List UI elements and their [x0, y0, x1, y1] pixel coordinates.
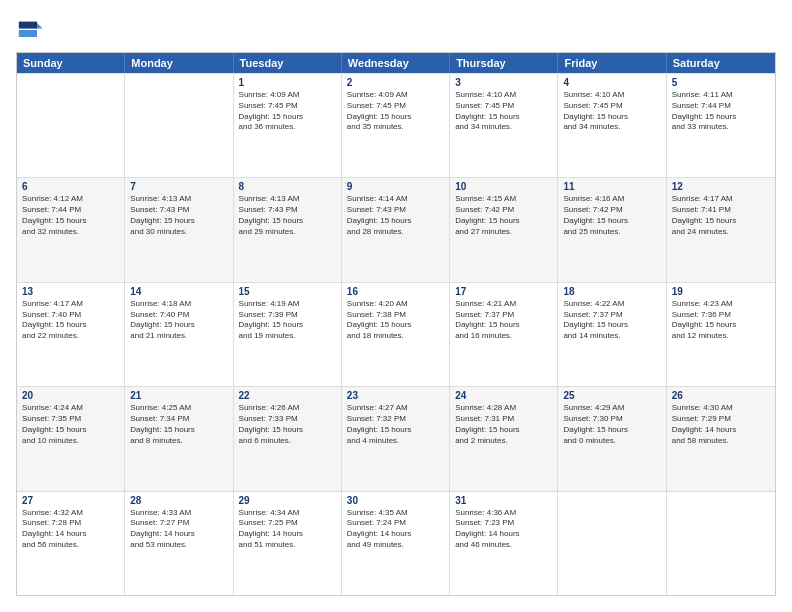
day-info: Sunrise: 4:18 AM Sunset: 7:40 PM Dayligh…: [130, 299, 227, 342]
day-info: Sunrise: 4:22 AM Sunset: 7:37 PM Dayligh…: [563, 299, 660, 342]
day-info: Sunrise: 4:09 AM Sunset: 7:45 PM Dayligh…: [347, 90, 444, 133]
header: [16, 16, 776, 44]
day-info: Sunrise: 4:16 AM Sunset: 7:42 PM Dayligh…: [563, 194, 660, 237]
day-cell-25: 25Sunrise: 4:29 AM Sunset: 7:30 PM Dayli…: [558, 387, 666, 490]
day-info: Sunrise: 4:09 AM Sunset: 7:45 PM Dayligh…: [239, 90, 336, 133]
day-cell-27: 27Sunrise: 4:32 AM Sunset: 7:28 PM Dayli…: [17, 492, 125, 595]
day-cell-9: 9Sunrise: 4:14 AM Sunset: 7:43 PM Daylig…: [342, 178, 450, 281]
calendar-row: 13Sunrise: 4:17 AM Sunset: 7:40 PM Dayli…: [17, 282, 775, 386]
page: SundayMondayTuesdayWednesdayThursdayFrid…: [0, 0, 792, 612]
day-number: 6: [22, 181, 119, 192]
day-number: 23: [347, 390, 444, 401]
day-cell-13: 13Sunrise: 4:17 AM Sunset: 7:40 PM Dayli…: [17, 283, 125, 386]
day-cell-17: 17Sunrise: 4:21 AM Sunset: 7:37 PM Dayli…: [450, 283, 558, 386]
day-info: Sunrise: 4:13 AM Sunset: 7:43 PM Dayligh…: [130, 194, 227, 237]
day-cell-21: 21Sunrise: 4:25 AM Sunset: 7:34 PM Dayli…: [125, 387, 233, 490]
day-number: 17: [455, 286, 552, 297]
day-number: 19: [672, 286, 770, 297]
day-cell-6: 6Sunrise: 4:12 AM Sunset: 7:44 PM Daylig…: [17, 178, 125, 281]
day-info: Sunrise: 4:23 AM Sunset: 7:36 PM Dayligh…: [672, 299, 770, 342]
day-cell-31: 31Sunrise: 4:36 AM Sunset: 7:23 PM Dayli…: [450, 492, 558, 595]
day-cell-2: 2Sunrise: 4:09 AM Sunset: 7:45 PM Daylig…: [342, 74, 450, 177]
empty-cell: [17, 74, 125, 177]
day-info: Sunrise: 4:28 AM Sunset: 7:31 PM Dayligh…: [455, 403, 552, 446]
day-number: 11: [563, 181, 660, 192]
svg-rect-3: [19, 30, 37, 37]
day-number: 3: [455, 77, 552, 88]
day-cell-16: 16Sunrise: 4:20 AM Sunset: 7:38 PM Dayli…: [342, 283, 450, 386]
day-info: Sunrise: 4:21 AM Sunset: 7:37 PM Dayligh…: [455, 299, 552, 342]
day-cell-18: 18Sunrise: 4:22 AM Sunset: 7:37 PM Dayli…: [558, 283, 666, 386]
day-number: 24: [455, 390, 552, 401]
day-cell-4: 4Sunrise: 4:10 AM Sunset: 7:45 PM Daylig…: [558, 74, 666, 177]
day-info: Sunrise: 4:13 AM Sunset: 7:43 PM Dayligh…: [239, 194, 336, 237]
empty-cell: [558, 492, 666, 595]
calendar-row: 20Sunrise: 4:24 AM Sunset: 7:35 PM Dayli…: [17, 386, 775, 490]
day-number: 15: [239, 286, 336, 297]
header-cell-saturday: Saturday: [667, 53, 775, 73]
calendar-header: SundayMondayTuesdayWednesdayThursdayFrid…: [17, 53, 775, 73]
day-cell-5: 5Sunrise: 4:11 AM Sunset: 7:44 PM Daylig…: [667, 74, 775, 177]
day-info: Sunrise: 4:11 AM Sunset: 7:44 PM Dayligh…: [672, 90, 770, 133]
header-cell-monday: Monday: [125, 53, 233, 73]
day-number: 22: [239, 390, 336, 401]
day-cell-26: 26Sunrise: 4:30 AM Sunset: 7:29 PM Dayli…: [667, 387, 775, 490]
day-cell-24: 24Sunrise: 4:28 AM Sunset: 7:31 PM Dayli…: [450, 387, 558, 490]
day-number: 26: [672, 390, 770, 401]
day-number: 25: [563, 390, 660, 401]
day-info: Sunrise: 4:17 AM Sunset: 7:40 PM Dayligh…: [22, 299, 119, 342]
day-number: 1: [239, 77, 336, 88]
day-cell-8: 8Sunrise: 4:13 AM Sunset: 7:43 PM Daylig…: [234, 178, 342, 281]
day-number: 9: [347, 181, 444, 192]
day-info: Sunrise: 4:10 AM Sunset: 7:45 PM Dayligh…: [455, 90, 552, 133]
svg-rect-2: [19, 22, 37, 29]
day-number: 20: [22, 390, 119, 401]
day-cell-12: 12Sunrise: 4:17 AM Sunset: 7:41 PM Dayli…: [667, 178, 775, 281]
day-info: Sunrise: 4:20 AM Sunset: 7:38 PM Dayligh…: [347, 299, 444, 342]
calendar-row: 1Sunrise: 4:09 AM Sunset: 7:45 PM Daylig…: [17, 73, 775, 177]
day-cell-10: 10Sunrise: 4:15 AM Sunset: 7:42 PM Dayli…: [450, 178, 558, 281]
calendar-body: 1Sunrise: 4:09 AM Sunset: 7:45 PM Daylig…: [17, 73, 775, 595]
day-number: 18: [563, 286, 660, 297]
day-info: Sunrise: 4:24 AM Sunset: 7:35 PM Dayligh…: [22, 403, 119, 446]
day-info: Sunrise: 4:35 AM Sunset: 7:24 PM Dayligh…: [347, 508, 444, 551]
empty-cell: [667, 492, 775, 595]
day-number: 31: [455, 495, 552, 506]
day-info: Sunrise: 4:15 AM Sunset: 7:42 PM Dayligh…: [455, 194, 552, 237]
day-cell-19: 19Sunrise: 4:23 AM Sunset: 7:36 PM Dayli…: [667, 283, 775, 386]
day-number: 13: [22, 286, 119, 297]
day-cell-30: 30Sunrise: 4:35 AM Sunset: 7:24 PM Dayli…: [342, 492, 450, 595]
calendar-row: 27Sunrise: 4:32 AM Sunset: 7:28 PM Dayli…: [17, 491, 775, 595]
day-info: Sunrise: 4:32 AM Sunset: 7:28 PM Dayligh…: [22, 508, 119, 551]
day-number: 2: [347, 77, 444, 88]
day-cell-29: 29Sunrise: 4:34 AM Sunset: 7:25 PM Dayli…: [234, 492, 342, 595]
day-cell-7: 7Sunrise: 4:13 AM Sunset: 7:43 PM Daylig…: [125, 178, 233, 281]
day-number: 28: [130, 495, 227, 506]
header-cell-sunday: Sunday: [17, 53, 125, 73]
day-cell-23: 23Sunrise: 4:27 AM Sunset: 7:32 PM Dayli…: [342, 387, 450, 490]
calendar-row: 6Sunrise: 4:12 AM Sunset: 7:44 PM Daylig…: [17, 177, 775, 281]
logo: [16, 16, 48, 44]
day-cell-11: 11Sunrise: 4:16 AM Sunset: 7:42 PM Dayli…: [558, 178, 666, 281]
empty-cell: [125, 74, 233, 177]
day-number: 7: [130, 181, 227, 192]
day-number: 5: [672, 77, 770, 88]
day-cell-14: 14Sunrise: 4:18 AM Sunset: 7:40 PM Dayli…: [125, 283, 233, 386]
day-number: 8: [239, 181, 336, 192]
day-cell-22: 22Sunrise: 4:26 AM Sunset: 7:33 PM Dayli…: [234, 387, 342, 490]
calendar: SundayMondayTuesdayWednesdayThursdayFrid…: [16, 52, 776, 596]
day-number: 16: [347, 286, 444, 297]
day-info: Sunrise: 4:12 AM Sunset: 7:44 PM Dayligh…: [22, 194, 119, 237]
day-number: 12: [672, 181, 770, 192]
day-cell-20: 20Sunrise: 4:24 AM Sunset: 7:35 PM Dayli…: [17, 387, 125, 490]
header-cell-tuesday: Tuesday: [234, 53, 342, 73]
day-info: Sunrise: 4:19 AM Sunset: 7:39 PM Dayligh…: [239, 299, 336, 342]
day-info: Sunrise: 4:27 AM Sunset: 7:32 PM Dayligh…: [347, 403, 444, 446]
header-cell-thursday: Thursday: [450, 53, 558, 73]
day-info: Sunrise: 4:26 AM Sunset: 7:33 PM Dayligh…: [239, 403, 336, 446]
day-info: Sunrise: 4:33 AM Sunset: 7:27 PM Dayligh…: [130, 508, 227, 551]
day-cell-15: 15Sunrise: 4:19 AM Sunset: 7:39 PM Dayli…: [234, 283, 342, 386]
header-cell-friday: Friday: [558, 53, 666, 73]
day-info: Sunrise: 4:14 AM Sunset: 7:43 PM Dayligh…: [347, 194, 444, 237]
day-number: 10: [455, 181, 552, 192]
